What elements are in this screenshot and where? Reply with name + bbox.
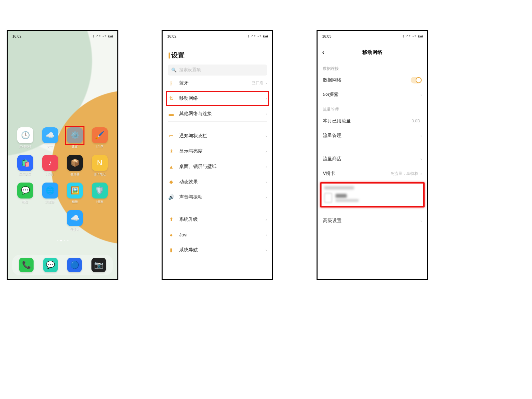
network-settings-list: 数据连接数据网络5G探索›流量管理本月已用流量0.0B流量管理›流量商店›V粉卡… xyxy=(318,61,427,181)
row-系统导航[interactable]: ▮系统导航› xyxy=(168,242,267,258)
title-accent xyxy=(169,53,170,59)
chevron-right-icon: › xyxy=(420,92,422,97)
toggle-switch[interactable] xyxy=(411,77,422,83)
app-icon: 📦 xyxy=(67,155,83,171)
chevron-right-icon: › xyxy=(420,171,422,176)
app-相册[interactable]: 🖼️相册 xyxy=(65,183,85,204)
app-label: 微信 xyxy=(22,200,28,204)
app-i 音乐[interactable]: ♪i 音乐 xyxy=(40,155,61,177)
row-icon: ☀ xyxy=(168,148,175,155)
app-icon: ☁️ xyxy=(67,210,83,226)
chevron-right-icon: › xyxy=(265,111,267,116)
app-icon: ☁️ xyxy=(42,127,58,143)
row-label: V粉卡 xyxy=(323,171,335,177)
row-label: 流量管理 xyxy=(323,133,341,139)
row-5G探索[interactable]: 5G探索› xyxy=(318,87,427,102)
chevron-right-icon: › xyxy=(265,232,267,237)
screen-settings: 16:02 🎙 ᴳᴵᴵ ᯤ ⇋ ᯤ 50 设置 🔍 搜索设置项 ᛒ蓝牙已开启›⇅… xyxy=(162,30,273,280)
app-icon: 🕒 xyxy=(17,127,33,143)
page-title: 移动网络 xyxy=(318,49,427,56)
row-显示与亮度[interactable]: ☀显示与亮度› xyxy=(168,144,267,159)
row-icon: ▬ xyxy=(168,110,175,117)
app-label: 闹钟时钟 xyxy=(19,145,31,149)
row-流量管理[interactable]: 流量管理› xyxy=(318,128,427,143)
row-label: 声音与振动 xyxy=(179,194,202,200)
row-value: 免流量，享特权 xyxy=(390,171,418,177)
search-input[interactable]: 🔍 搜索设置项 xyxy=(168,65,267,75)
row-移动网络[interactable]: ⇅移动网络› xyxy=(168,91,267,106)
row-动态效果[interactable]: ◆动态效果› xyxy=(168,174,267,190)
chevron-right-icon: › xyxy=(265,179,267,185)
row-流量商店[interactable]: 流量商店› xyxy=(318,152,427,166)
app-设置[interactable]: ⚙️设置 xyxy=(65,127,85,149)
sim-section-redacted[interactable] xyxy=(320,182,425,207)
app-天气[interactable]: ☁️天气 xyxy=(40,127,61,149)
row-系统升级[interactable]: ⬆系统升级› xyxy=(168,212,267,227)
row-label: 5G探索 xyxy=(323,92,338,98)
row-桌面、锁屏与壁纸[interactable]: ▲桌面、锁屏与壁纸› xyxy=(168,159,267,174)
chevron-right-icon: › xyxy=(265,247,267,253)
app-原子笔记[interactable]: N原子笔记 xyxy=(89,155,110,177)
clock: 16:02 xyxy=(12,34,22,38)
chevron-right-icon: › xyxy=(265,149,267,154)
app-闹钟时钟[interactable]: 🕒闹钟时钟 xyxy=(15,127,36,149)
blurred-text xyxy=(335,199,359,202)
app-i 主题[interactable]: 🖌️i 主题 xyxy=(89,127,110,149)
chevron-right-icon: › xyxy=(420,218,422,223)
status-indicators: 🎙 ᴳᴵᴵ ᯤ ⇋ ᯤ 50 xyxy=(402,35,423,38)
row-icon: ▲ xyxy=(168,163,175,170)
app-label: i 管家 xyxy=(96,200,104,204)
app-微信[interactable]: 💬微信 xyxy=(15,183,36,204)
row-advanced-settings[interactable]: 高级设置 › xyxy=(318,213,427,228)
row-label: 蓝牙 xyxy=(179,80,189,86)
row-label: 通知与状态栏 xyxy=(179,133,207,139)
app-变形器[interactable]: 📦变形器 xyxy=(65,155,85,177)
clock: 16:03 xyxy=(322,34,332,38)
row-Jovi[interactable]: ●Jovi› xyxy=(168,227,267,242)
app-label: i 音乐 xyxy=(47,172,54,177)
subpage-header: ‹ 移动网络 xyxy=(318,41,427,61)
app-icon: N xyxy=(92,155,108,171)
chevron-right-icon: › xyxy=(420,133,422,138)
row-label: 桌面、锁屏与壁纸 xyxy=(179,164,216,170)
row-label: Jovi xyxy=(179,232,188,237)
row-label: 本月已用流量 xyxy=(323,118,351,124)
row-通知与状态栏[interactable]: ▭通知与状态栏› xyxy=(168,128,267,144)
row-label: 高级设置 xyxy=(323,218,341,224)
blurred-section-label xyxy=(324,186,354,190)
status-bar: 16:02 🎙 ᴳᴵᴵ ᯤ ⇋ ᯤ 50 xyxy=(163,31,272,41)
screen-home: 16:02 🎙 ᴳᴵᴵ ᯤ ⇋ ᯤ 50 🕒闹钟时钟☁️天气⚙️设置🖌️i 主题… xyxy=(7,30,118,280)
row-数据网络[interactable]: 数据网络 xyxy=(318,73,427,87)
chevron-right-icon: › xyxy=(265,96,267,101)
row-其他网络与连接[interactable]: ▬其他网络与连接› xyxy=(168,106,267,121)
row-声音与振动[interactable]: 🔊声音与振动› xyxy=(168,190,267,205)
search-placeholder: 搜索设置项 xyxy=(179,67,201,73)
app-浏览器[interactable]: 🌐浏览器 xyxy=(40,183,61,204)
settings-list: ᛒ蓝牙已开启›⇅移动网络›▬其他网络与连接›▭通知与状态栏›☀显示与亮度›▲桌面… xyxy=(163,75,272,258)
row-icon: 🔊 xyxy=(168,194,175,200)
dock-phone[interactable]: 📞 xyxy=(19,258,34,272)
blurred-text xyxy=(335,194,347,198)
app-label: 云服务 xyxy=(70,227,79,232)
row-V粉卡[interactable]: V粉卡免流量，享特权› xyxy=(318,166,427,181)
dock-messages[interactable]: 💬 xyxy=(43,258,58,272)
row-蓝牙[interactable]: ᛒ蓝牙已开启› xyxy=(168,75,267,91)
row-label: 系统升级 xyxy=(179,216,198,222)
chevron-right-icon: › xyxy=(265,195,267,200)
app-云服务[interactable]: ☁️云服务 xyxy=(65,210,85,232)
dock-browser[interactable]: 🔵 xyxy=(67,258,82,272)
app-i 管家[interactable]: 🛡️i 管家 xyxy=(89,183,110,204)
chevron-right-icon: › xyxy=(420,156,422,162)
row-本月已用流量[interactable]: 本月已用流量0.0B xyxy=(318,114,427,128)
app-label: 天气 xyxy=(47,145,53,149)
app-应用商店[interactable]: 🛍️应用商店 xyxy=(15,155,36,177)
app-label: 相册 xyxy=(72,200,78,204)
dock-camera[interactable]: 📷 xyxy=(91,258,106,272)
app-icon: 🛡️ xyxy=(92,183,108,199)
page-title: 设置 xyxy=(163,41,272,65)
row-label: 系统导航 xyxy=(179,247,198,253)
app-label: 变形器 xyxy=(70,172,79,177)
row-value: 0.0B xyxy=(412,119,420,123)
row-label: 显示与亮度 xyxy=(179,148,202,154)
app-icon: 🌐 xyxy=(42,183,58,199)
